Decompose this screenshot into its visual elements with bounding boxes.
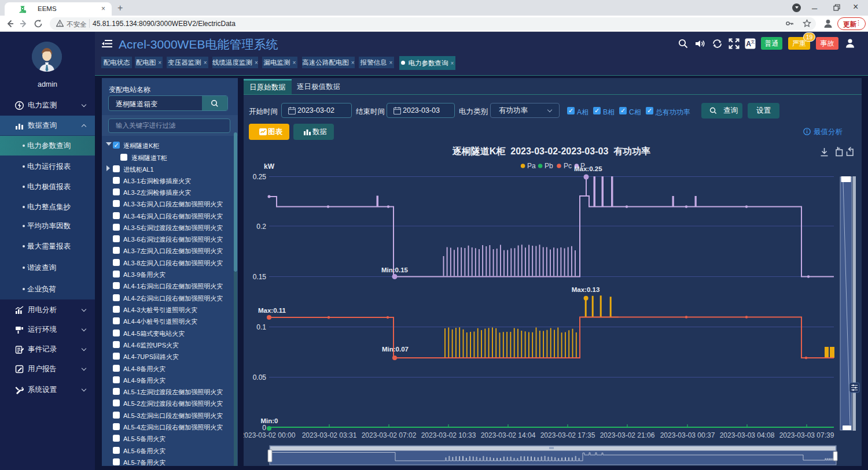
svg-text:Pb: Pb xyxy=(545,162,553,170)
svg-text:2023-03-02 07:02: 2023-03-02 07:02 xyxy=(362,431,417,439)
svg-text:0.1: 0.1 xyxy=(256,323,266,331)
svg-text:Min:0.15: Min:0.15 xyxy=(381,267,409,273)
svg-text:Pc: Pc xyxy=(564,162,572,170)
svg-text:2023-03-02 21:06: 2023-03-02 21:06 xyxy=(600,431,655,439)
svg-text:Min:0: Min:0 xyxy=(260,417,278,424)
svg-text:2023-03-03 07:39: 2023-03-03 07:39 xyxy=(779,431,834,439)
svg-text:Max:0.25: Max:0.25 xyxy=(574,165,602,172)
svg-text:2023-03-03 04:08: 2023-03-03 04:08 xyxy=(720,431,775,439)
svg-text:2023-03-02 14:04: 2023-03-02 14:04 xyxy=(481,431,536,439)
svg-text:2023-03-02 03:31: 2023-03-02 03:31 xyxy=(302,431,357,439)
svg-text:Max:0.13: Max:0.13 xyxy=(572,286,600,293)
svg-text:Pa: Pa xyxy=(527,162,536,170)
svg-text:Min:0.07: Min:0.07 xyxy=(382,346,409,353)
svg-text:0: 0 xyxy=(262,424,266,432)
svg-text:0.2: 0.2 xyxy=(256,223,266,231)
svg-text:逐桐隧道K柜 2023-03-02-2023-03-03: 逐桐隧道K柜 2023-03-02-2023-03-03 有功功率 xyxy=(452,146,650,156)
svg-text:2023-03-02 00:00: 2023-03-02 00:00 xyxy=(244,431,296,439)
svg-text:2023-03-02 17:35: 2023-03-02 17:35 xyxy=(540,431,595,439)
svg-text:Max:0.11: Max:0.11 xyxy=(258,307,286,314)
svg-text:文: 文 xyxy=(751,39,755,44)
svg-text:2023-03-03 00:37: 2023-03-03 00:37 xyxy=(660,431,715,439)
svg-text:0.05: 0.05 xyxy=(253,373,267,382)
svg-text:kW: kW xyxy=(264,162,275,171)
svg-text:2023-03-02 10:33: 2023-03-02 10:33 xyxy=(421,431,476,439)
svg-text:0.25: 0.25 xyxy=(253,173,267,181)
svg-text:0.15: 0.15 xyxy=(253,273,267,281)
